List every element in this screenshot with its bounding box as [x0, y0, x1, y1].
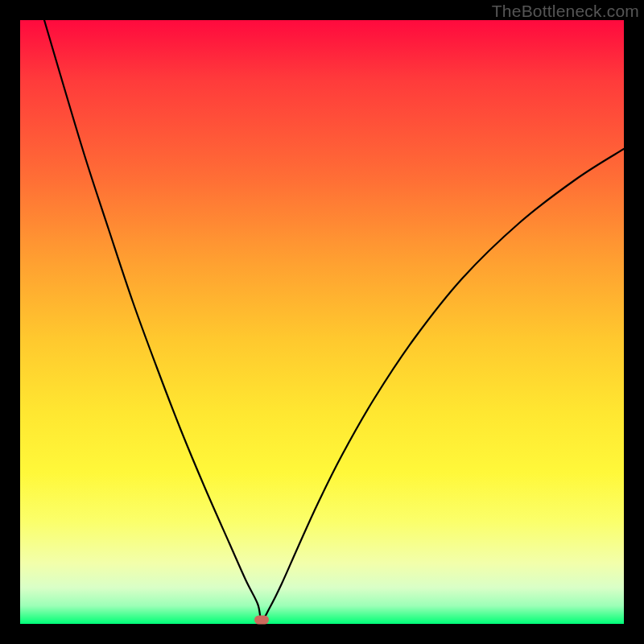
watermark-text: TheBottleneck.com — [492, 2, 639, 21]
chart-frame — [20, 20, 624, 624]
plot-background-gradient — [20, 20, 624, 624]
min-marker — [254, 616, 269, 625]
